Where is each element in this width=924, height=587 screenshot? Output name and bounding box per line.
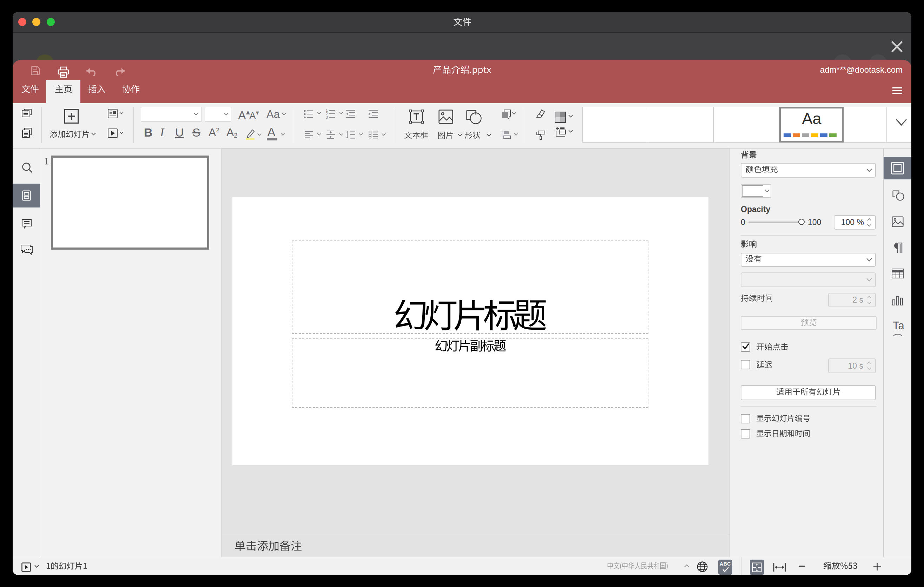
svg-text:3: 3 [326, 115, 328, 119]
